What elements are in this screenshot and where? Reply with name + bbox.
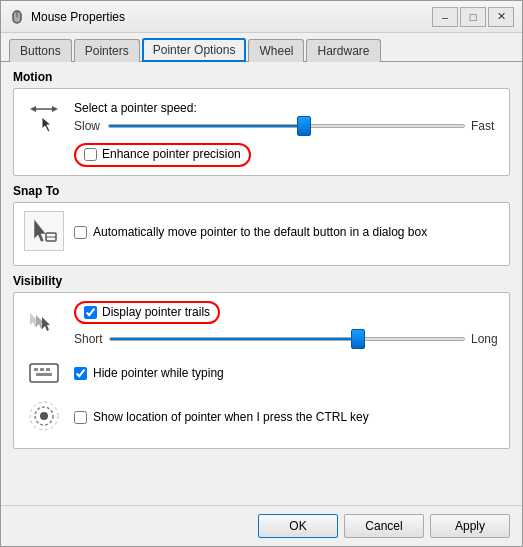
show-ctrl-label[interactable]: Show location of pointer when I press th… [93, 410, 369, 426]
title-controls: – □ ✕ [432, 7, 514, 27]
svg-point-17 [40, 412, 48, 420]
show-ctrl-content: Show location of pointer when I press th… [74, 406, 499, 426]
speed-slider-track[interactable] [108, 124, 465, 128]
ok-button[interactable]: OK [258, 514, 338, 538]
hide-typing-icon [24, 354, 64, 390]
hide-typing-checkbox-row: Hide pointer while typing [74, 366, 499, 382]
tab-buttons[interactable]: Buttons [9, 39, 72, 62]
content-area: Motion Selec [1, 62, 522, 505]
apply-button[interactable]: Apply [430, 514, 510, 538]
trail-content: Display pointer trails Short Long [74, 301, 499, 347]
show-ctrl-icon [24, 398, 64, 434]
speed-label: Select a pointer speed: [74, 101, 499, 115]
close-button[interactable]: ✕ [488, 7, 514, 27]
hide-typing-content: Hide pointer while typing [74, 362, 499, 382]
motion-label: Motion [13, 70, 510, 84]
cursor-motion-svg [26, 99, 62, 135]
show-ctrl-checkbox[interactable] [74, 411, 87, 424]
show-ctrl-row: Show location of pointer when I press th… [24, 398, 499, 434]
motion-row: Select a pointer speed: Slow Fast [24, 97, 499, 137]
short-label: Short [74, 332, 103, 346]
tab-hardware[interactable]: Hardware [306, 39, 380, 62]
svg-rect-16 [36, 373, 52, 376]
speed-slider-row: Slow Fast [74, 119, 499, 133]
trail-icon [24, 305, 64, 341]
snap-to-checkbox-label[interactable]: Automatically move pointer to the defaul… [93, 225, 427, 241]
svg-marker-6 [34, 219, 46, 242]
visibility-box: Display pointer trails Short Long [13, 292, 510, 450]
motion-section: Motion Selec [13, 70, 510, 176]
window: Mouse Properties – □ ✕ Buttons Pointers … [0, 0, 523, 547]
speed-slider-fill [109, 125, 304, 127]
svg-marker-11 [42, 317, 50, 331]
snap-to-section: Snap To Automatically move pointer to [13, 184, 510, 266]
trail-slider-track[interactable] [109, 337, 465, 341]
enhance-row: Enhance pointer precision [24, 143, 499, 167]
svg-rect-15 [46, 368, 50, 371]
show-ctrl-cursor-svg [26, 398, 62, 434]
enhance-label[interactable]: Enhance pointer precision [102, 147, 241, 163]
motion-icon [24, 97, 64, 137]
window-title: Mouse Properties [31, 10, 125, 24]
snap-checkbox-row: Automatically move pointer to the defaul… [74, 225, 499, 241]
svg-rect-13 [34, 368, 38, 371]
snap-to-content: Automatically move pointer to the defaul… [74, 221, 499, 241]
motion-content: Select a pointer speed: Slow Fast [74, 101, 499, 133]
svg-marker-2 [30, 106, 36, 112]
hide-typing-row: Hide pointer while typing [24, 354, 499, 390]
mouse-icon [9, 9, 25, 25]
tab-wheel[interactable]: Wheel [248, 39, 304, 62]
long-label: Long [471, 332, 499, 346]
footer: OK Cancel Apply [1, 505, 522, 546]
trail-row: Display pointer trails Short Long [24, 301, 499, 347]
tab-pointer-options[interactable]: Pointer Options [142, 38, 247, 62]
show-ctrl-checkbox-row: Show location of pointer when I press th… [74, 410, 499, 426]
trail-slider-fill [110, 338, 358, 340]
snap-to-row: Automatically move pointer to the defaul… [24, 211, 499, 251]
fast-label: Fast [471, 119, 499, 133]
snap-to-label: Snap To [13, 184, 510, 198]
visibility-section: Visibility Di [13, 274, 510, 450]
snap-to-box: Automatically move pointer to the defaul… [13, 202, 510, 266]
speed-slider-thumb[interactable] [297, 116, 311, 136]
hide-typing-checkbox[interactable] [74, 367, 87, 380]
svg-marker-4 [52, 106, 58, 112]
snap-icon [24, 211, 64, 251]
slow-label: Slow [74, 119, 102, 133]
trail-label[interactable]: Display pointer trails [102, 305, 210, 321]
trail-slider-row: Short Long [74, 332, 499, 346]
trail-slider-thumb[interactable] [351, 329, 365, 349]
svg-marker-5 [42, 117, 51, 132]
maximize-button[interactable]: □ [460, 7, 486, 27]
snap-to-checkbox[interactable] [74, 226, 87, 239]
enhance-checkbox[interactable] [84, 148, 97, 161]
minimize-button[interactable]: – [432, 7, 458, 27]
title-bar-left: Mouse Properties [9, 9, 125, 25]
svg-rect-14 [40, 368, 44, 371]
hide-typing-label[interactable]: Hide pointer while typing [93, 366, 224, 382]
snap-cursor-svg [28, 215, 60, 247]
motion-box: Select a pointer speed: Slow Fast [13, 88, 510, 176]
hide-cursor-svg [26, 354, 62, 390]
trail-checkbox[interactable] [84, 306, 97, 319]
title-bar: Mouse Properties – □ ✕ [1, 1, 522, 33]
cancel-button[interactable]: Cancel [344, 514, 424, 538]
tabs-bar: Buttons Pointers Pointer Options Wheel H… [1, 33, 522, 62]
trail-cursor-svg [26, 305, 62, 341]
tab-pointers[interactable]: Pointers [74, 39, 140, 62]
visibility-label: Visibility [13, 274, 510, 288]
